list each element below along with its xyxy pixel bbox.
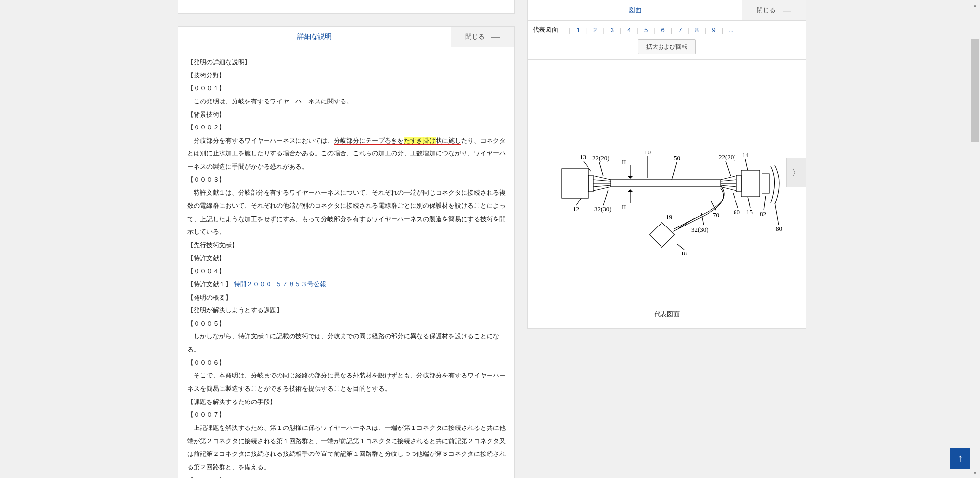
figure-link-4[interactable]: 4 xyxy=(626,26,632,34)
description-title: 詳細な説明 xyxy=(178,27,451,47)
close-label: 閉じる xyxy=(466,32,485,41)
para: 【０００８】 xyxy=(187,474,506,478)
minus-icon: — xyxy=(783,5,791,16)
svg-text:80: 80 xyxy=(776,225,782,232)
figure-nav-label: 代表図面 xyxy=(533,25,558,34)
figure-navigation: 代表図面 | 1 | 2 | 3 | 4 | 5 | 6 | 7 | 8 | 9… xyxy=(527,21,806,60)
para: 【先行技術文献】 xyxy=(187,239,506,252)
chevron-right-icon: 〉 xyxy=(792,167,801,178)
para: 特許文献１は、分岐部分を有するワイヤーハーネスについて、それぞれの一端が同じコネ… xyxy=(187,186,506,239)
prev-section-tail xyxy=(178,0,515,14)
next-figure-button[interactable]: 〉 xyxy=(786,158,806,187)
para: 【０００５】 xyxy=(187,317,506,330)
svg-text:32(30): 32(30) xyxy=(691,226,709,233)
figure-viewport: 13 12 22(20) 32(30) II II 10 50 19 70 32… xyxy=(527,60,806,329)
svg-line-18 xyxy=(584,161,591,171)
svg-rect-1 xyxy=(588,175,593,192)
figure-link-2[interactable]: 2 xyxy=(592,26,598,34)
svg-line-5 xyxy=(593,185,611,187)
svg-line-8 xyxy=(721,176,736,180)
figure-link-6[interactable]: 6 xyxy=(661,26,666,34)
minus-icon: — xyxy=(491,32,500,42)
svg-line-11 xyxy=(721,185,736,187)
para: 【発明の詳細な説明】 xyxy=(187,56,506,69)
para: 【０００６】 xyxy=(187,356,506,370)
svg-line-24 xyxy=(726,161,731,176)
para: しかしながら、特許文献１に記載の技術では、分岐までの同じ経路の部分に異なる保護材… xyxy=(187,330,506,356)
para: 【課題を解決するための手段】 xyxy=(187,396,506,409)
svg-line-21 xyxy=(603,190,608,205)
scroll-thumb[interactable] xyxy=(971,39,979,142)
figure-link-3[interactable]: 3 xyxy=(610,26,615,34)
para: 【特許文献１】 特開２０００−５７８５３号公報 xyxy=(187,278,506,291)
svg-text:32(30): 32(30) xyxy=(594,205,612,213)
svg-text:50: 50 xyxy=(674,154,680,162)
svg-rect-0 xyxy=(562,169,588,198)
svg-text:II: II xyxy=(622,203,626,211)
para: 【特許文献】 xyxy=(187,252,506,265)
svg-text:60: 60 xyxy=(734,208,740,216)
representative-figure-svg: 13 12 22(20) 32(30) II II 10 50 19 70 32… xyxy=(535,107,799,264)
svg-rect-7 xyxy=(611,180,721,187)
figure-link-7[interactable]: 7 xyxy=(677,26,683,34)
svg-text:22(20): 22(20) xyxy=(592,154,610,162)
figure-link-more[interactable]: ... xyxy=(728,26,734,34)
svg-line-19 xyxy=(576,198,581,205)
para: 上記課題を解決するため、第１の態様に係るワイヤーハーネスは、一端が第１コネクタに… xyxy=(187,422,506,474)
svg-rect-15 xyxy=(649,223,674,248)
para: そこで、本発明は、分岐までの同じ経路の部分に異なる外装材を設けずとも、分岐部分を… xyxy=(187,369,506,395)
svg-line-20 xyxy=(599,162,603,176)
figure-link-8[interactable]: 8 xyxy=(694,26,700,34)
para: 【０００１】 xyxy=(187,82,506,95)
svg-line-9 xyxy=(721,180,736,181)
svg-text:19: 19 xyxy=(666,213,672,221)
back-to-top-button[interactable]: ↑ xyxy=(950,448,971,469)
svg-line-3 xyxy=(593,180,611,181)
svg-text:15: 15 xyxy=(746,208,753,216)
svg-text:82: 82 xyxy=(760,210,766,218)
svg-line-28 xyxy=(677,244,684,250)
para: 【０００７】 xyxy=(187,408,506,422)
vertical-scrollbar[interactable]: ▴ ▾ xyxy=(970,0,980,478)
drawings-close-button[interactable]: 閉じる — xyxy=(742,0,806,20)
close-label: 閉じる xyxy=(757,6,776,15)
scroll-down-button[interactable]: ▾ xyxy=(970,468,980,478)
para: 分岐部分を有するワイヤーハーネスにおいては、分岐部分にテープ巻きをたすき掛け状に… xyxy=(187,134,506,174)
figure-link-9[interactable]: 9 xyxy=(711,26,716,34)
svg-line-32 xyxy=(775,203,779,225)
svg-text:22(20): 22(20) xyxy=(719,153,736,161)
description-close-button[interactable]: 閉じる — xyxy=(451,27,514,47)
svg-text:18: 18 xyxy=(681,250,687,257)
para: この発明は、分岐を有するワイヤーハーネスに関する。 xyxy=(187,95,506,108)
figure-link-5[interactable]: 5 xyxy=(643,26,649,34)
svg-rect-13 xyxy=(736,175,741,192)
para: 【発明の概要】 xyxy=(187,291,506,304)
para: 【背景技術】 xyxy=(187,108,506,122)
scroll-up-button[interactable]: ▴ xyxy=(970,0,980,10)
highlighted-term: たすき掛け xyxy=(404,137,436,144)
para: 【０００４】 xyxy=(187,265,506,278)
para: 【０００２】 xyxy=(187,121,506,134)
para: 【発明が解決しようとする課題】 xyxy=(187,304,506,317)
underlined-text: 分岐部分にテープ巻きをたすき掛け状に施し xyxy=(334,137,461,145)
figure-link-1[interactable]: 1 xyxy=(575,26,581,34)
svg-rect-14 xyxy=(741,170,760,197)
drawings-panel: 図面 閉じる — 代表図面 | 1 | 2 | 3 | 4 | 5 | 6 | xyxy=(527,0,806,329)
para: 【技術分野】 xyxy=(187,69,506,82)
drawings-title: 図面 xyxy=(528,0,742,20)
svg-text:II: II xyxy=(622,158,626,166)
expand-rotate-button[interactable]: 拡大および回転 xyxy=(638,39,696,54)
svg-text:14: 14 xyxy=(742,151,749,159)
para: 【０００３】 xyxy=(187,174,506,187)
figure-caption: 代表図面 xyxy=(533,310,801,319)
patent-reference-link[interactable]: 特開２０００−５７８５３号公報 xyxy=(234,280,327,288)
svg-line-23 xyxy=(672,162,677,180)
description-body: 【発明の詳細な説明】 【技術分野】 【０００１】 この発明は、分岐を有するワイヤ… xyxy=(178,47,515,478)
svg-line-30 xyxy=(748,197,750,208)
arrow-up-icon: ↑ xyxy=(958,452,963,465)
svg-text:13: 13 xyxy=(580,153,586,161)
svg-line-31 xyxy=(764,196,766,210)
description-header: 詳細な説明 閉じる — xyxy=(178,26,515,47)
svg-text:10: 10 xyxy=(644,149,651,156)
svg-text:70: 70 xyxy=(713,211,719,219)
